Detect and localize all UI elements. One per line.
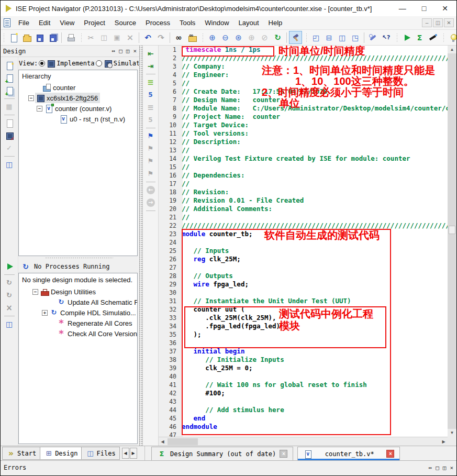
zoom-out-button[interactable]: ⊖ xyxy=(219,31,232,44)
undo-button[interactable]: ↶ xyxy=(141,31,154,44)
cascade-windows-button[interactable]: ◰ xyxy=(309,31,322,44)
undock-errors-button[interactable]: ↔ xyxy=(429,464,432,471)
toggle-bookmark-button[interactable]: ⚑ xyxy=(144,130,157,142)
process-item-compile-hdl-simulatio[interactable]: +↻Compile HDL Simulatio... xyxy=(19,307,137,318)
hierarchy-item-xc6slx16-2ftg256[interactable]: −xc6slx16-2ftg256 xyxy=(19,93,137,103)
hierarchy-item-u0-rst-n-rst-n-v[interactable]: u0 - rst_n (rst_n.v) xyxy=(19,114,137,124)
menu-help[interactable]: Help xyxy=(264,17,287,29)
lightbulb-button[interactable] xyxy=(447,31,457,44)
panel-splitter[interactable] xyxy=(18,256,139,260)
code-line[interactable]: 42 #100; xyxy=(159,389,448,397)
vertical-scroll-thumb[interactable] xyxy=(449,226,455,234)
restore-panel-button[interactable]: ◫ xyxy=(126,48,130,54)
menu-view[interactable]: View xyxy=(55,17,79,29)
code-line[interactable]: 38 // Initialize Inputs xyxy=(159,356,448,364)
hierarchy-item-counter[interactable]: counter xyxy=(19,82,137,93)
menu-project[interactable]: Project xyxy=(79,17,109,29)
rerun-all-button[interactable]: ↻ xyxy=(3,289,16,302)
minimize-button[interactable]: — xyxy=(399,4,406,13)
close-tab-button[interactable]: × xyxy=(386,450,394,458)
tab-start[interactable]: »Start xyxy=(2,447,40,460)
close-panel-button[interactable]: × xyxy=(133,48,137,54)
code-line[interactable]: 37 initial begin xyxy=(159,347,448,356)
tab-scroll-left-button[interactable]: ◀ xyxy=(122,448,129,459)
tab-design[interactable]: ⊞Design xyxy=(40,447,82,460)
menu-process[interactable]: Process xyxy=(141,17,175,29)
arrange-windows-button[interactable]: ◳ xyxy=(349,31,362,44)
tile-vertical-button[interactable]: ◫ xyxy=(336,31,349,44)
scroll-right-arrow[interactable]: ▶ xyxy=(440,439,448,444)
code-line[interactable]: 43 xyxy=(159,397,448,406)
process-item-design-utilities[interactable]: −Design Utilities xyxy=(19,286,137,297)
horizontal-scrollbar[interactable]: ◀ ▶ xyxy=(159,437,448,446)
code-line[interactable]: 45 end xyxy=(159,414,448,423)
context-help-button[interactable]: ↖? xyxy=(380,31,393,44)
code-line[interactable]: 17// xyxy=(159,180,448,188)
instantiate-button[interactable]: ▦ xyxy=(3,101,16,113)
refresh-button[interactable]: ↻ xyxy=(271,31,284,44)
tab-scroll-right-button[interactable]: ▶ xyxy=(130,448,137,459)
run-button[interactable] xyxy=(400,31,413,44)
prev-bookmark-button[interactable]: ⚑ xyxy=(144,155,157,168)
select-line-button[interactable]: ≡ xyxy=(144,76,157,88)
code-line[interactable]: 9// Project Name: counter xyxy=(159,113,448,121)
analyze-button[interactable] xyxy=(426,31,439,44)
wrench-button[interactable] xyxy=(366,31,380,44)
paste-button[interactable]: ▣ xyxy=(110,31,124,44)
open-project-button[interactable] xyxy=(20,31,33,44)
print-button[interactable] xyxy=(64,31,77,44)
code-line[interactable]: 11// Tool versions: xyxy=(159,129,448,138)
restore-errors-button[interactable]: ◫ xyxy=(443,464,447,471)
tree-expander[interactable]: − xyxy=(28,95,34,101)
code-line[interactable]: 15// xyxy=(159,163,448,171)
clear-bookmarks-button[interactable]: ⚑ xyxy=(144,168,157,180)
view-panel-button[interactable]: ◫ xyxy=(3,318,16,330)
hierarchy-item-counter-counter-v[interactable]: −counter (counter.v) xyxy=(19,103,137,114)
add-source-button[interactable] xyxy=(3,72,16,84)
mdi-close-button[interactable]: ✕ xyxy=(444,18,454,27)
check-cores-button[interactable]: ✓ xyxy=(3,142,16,154)
code-line[interactable]: 47 xyxy=(159,431,448,437)
code-line[interactable]: 25 // Inputs xyxy=(159,247,448,255)
menu-layout[interactable]: Layout xyxy=(234,17,264,29)
code-line[interactable]: 31 // Instantiate the Unit Under Test (U… xyxy=(159,297,448,305)
simulation-view-radio[interactable] xyxy=(96,60,102,67)
scroll-up-arrow[interactable]: ▲ xyxy=(448,46,456,53)
indent-button[interactable]: ⇥ xyxy=(144,60,157,72)
code-line[interactable]: 46endmodule xyxy=(159,423,448,431)
maximize-button[interactable]: □ xyxy=(422,4,426,13)
menu-file[interactable]: File xyxy=(14,17,34,29)
add-copy-source-button[interactable] xyxy=(3,84,16,97)
save-all-button[interactable] xyxy=(46,31,59,44)
code-line[interactable]: 19// Revision 0.01 - File Created xyxy=(159,196,448,205)
find-in-files-button[interactable] xyxy=(185,31,198,44)
summary-button[interactable]: Σ xyxy=(413,31,426,44)
navigate-forward-button[interactable]: → xyxy=(144,196,157,209)
float-panel-button[interactable]: □ xyxy=(119,48,122,54)
float-errors-button[interactable]: □ xyxy=(436,464,439,471)
outdent-button[interactable]: ⇤ xyxy=(144,47,157,60)
hammer-button[interactable] xyxy=(289,31,302,44)
tile-horizontal-button[interactable]: ⊟ xyxy=(322,31,336,44)
mdi-restore-button[interactable]: ◫ xyxy=(433,18,443,27)
code-line[interactable]: 28 // Outputs xyxy=(159,272,448,280)
view-panel-button[interactable]: ◫ xyxy=(3,158,16,171)
code-line[interactable]: 14// Verilog Test Fixture created by ISE… xyxy=(159,154,448,163)
scroll-left-arrow[interactable]: ◀ xyxy=(159,439,166,444)
goto-line-disabled-button[interactable]: 5 xyxy=(144,114,157,126)
tab-files[interactable]: ◫Files xyxy=(81,447,119,460)
code-line[interactable]: 44 // Add stimulus here xyxy=(159,406,448,414)
close-button[interactable]: ✕ xyxy=(442,4,448,13)
code-line[interactable]: 12// Description: xyxy=(159,138,448,146)
find-button[interactable]: ∞ xyxy=(172,31,185,44)
goto-line-button[interactable]: 5 xyxy=(144,88,157,101)
code-line[interactable]: 21// xyxy=(159,213,448,222)
close-errors-button[interactable]: × xyxy=(450,464,453,471)
menu-edit[interactable]: Edit xyxy=(34,17,55,29)
code-line[interactable]: 29 wire fpga_led; xyxy=(159,280,448,289)
process-item-update-all-schematic-f[interactable]: ↻Update All Schematic F... xyxy=(19,297,137,307)
run-process-button[interactable] xyxy=(3,260,16,273)
delete-button[interactable]: × xyxy=(124,31,137,44)
new-source-button[interactable] xyxy=(3,59,16,72)
document-tab-design-summary-out-of-date[interactable]: ΣDesign Summary (out of date)× xyxy=(151,447,293,460)
